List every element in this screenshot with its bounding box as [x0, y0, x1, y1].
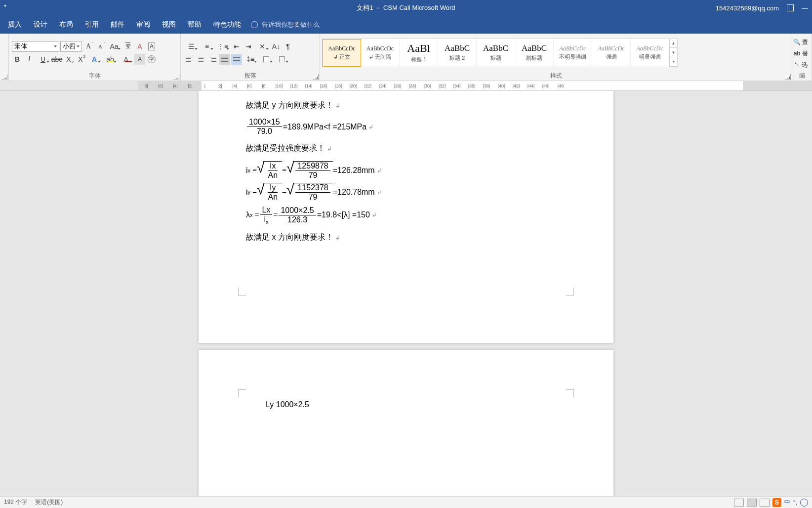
- ruler[interactable]: |8||6||4||2|||2||4||6||8||10||12||14||16…: [0, 81, 812, 91]
- minimize-icon[interactable]: —: [802, 4, 808, 12]
- sort-button[interactable]: A↓: [271, 41, 282, 52]
- title-bar: ▾ 文档1 － CSM Call Microsoft Word 15424325…: [0, 0, 812, 16]
- highlight-button[interactable]: ab: [103, 54, 118, 65]
- paragraph-launcher-icon[interactable]: [313, 74, 319, 80]
- style-item-4[interactable]: AaBbC标题: [477, 39, 515, 67]
- grow-font-button[interactable]: Aˆ: [83, 41, 94, 52]
- distribute-button[interactable]: [231, 54, 242, 65]
- tab-help[interactable]: 帮助: [182, 16, 207, 34]
- borders-button[interactable]: [275, 54, 289, 65]
- superscript-button[interactable]: X2: [75, 54, 86, 65]
- style-item-0[interactable]: AaBbCcDc↲ 正文: [323, 39, 361, 67]
- style-item-5[interactable]: AaBbC副标题: [515, 39, 554, 67]
- tell-me-search[interactable]: 告诉我你想要做什么: [251, 20, 320, 29]
- phonetic-guide-button[interactable]: 变: [122, 41, 133, 52]
- style-item-7[interactable]: AaBbCcDc强调: [592, 39, 631, 67]
- gallery-more-button[interactable]: ▾: [670, 57, 677, 67]
- tab-design[interactable]: 设计: [28, 16, 53, 34]
- decrease-indent-button[interactable]: ⇤: [231, 41, 242, 52]
- style-item-6[interactable]: AaBbCcDc不明显强调: [554, 39, 592, 67]
- window-title: 文档1 － CSM Call Microsoft Word: [357, 3, 455, 12]
- page-1: 故满足 y 方向刚度要求！↲ 1000×1579.0 =189.9MPa<f =…: [199, 91, 613, 343]
- bullets-button[interactable]: ☰: [184, 41, 199, 52]
- gallery-up-button[interactable]: ▲: [670, 39, 677, 48]
- word-count[interactable]: 192 个字: [4, 498, 27, 507]
- align-center-button[interactable]: [196, 54, 206, 65]
- italic-button[interactable]: I: [24, 54, 35, 65]
- tab-mailings[interactable]: 邮件: [105, 16, 130, 34]
- font-color-button[interactable]: A: [119, 54, 133, 65]
- ribbon-display-icon[interactable]: [787, 4, 794, 11]
- tab-special[interactable]: 特色功能: [207, 16, 247, 34]
- ime-lang[interactable]: 中: [784, 498, 790, 507]
- char-shading-button[interactable]: A: [134, 54, 145, 65]
- document-area[interactable]: 故满足 y 方向刚度要求！↲ 1000×1579.0 =189.9MPa<f =…: [0, 91, 812, 496]
- style-item-1[interactable]: AaBbCcDc↲ 无间隔: [361, 39, 400, 67]
- align-right-button[interactable]: [207, 54, 218, 65]
- styles-group-label: 样式: [550, 72, 562, 79]
- font-group: 宋体 小四 Aˆ Aˇ Aa 变 A A B I U abc X2 X2 A: [9, 34, 181, 81]
- account-email[interactable]: 1542432589@qq.com: [716, 4, 779, 12]
- font-size-combo[interactable]: 小四: [60, 41, 82, 52]
- styles-launcher-icon[interactable]: [785, 74, 791, 80]
- ime-icon[interactable]: S: [772, 498, 781, 507]
- ime-punct[interactable]: °,: [793, 499, 797, 506]
- replace-button[interactable]: ab 替: [794, 49, 808, 58]
- line-spacing-button[interactable]: ‡≡: [243, 54, 258, 65]
- gallery-down-button[interactable]: ▼: [670, 48, 677, 57]
- shrink-font-button[interactable]: Aˇ: [95, 41, 106, 52]
- paragraph-group-label: 段落: [244, 72, 256, 79]
- tab-insert[interactable]: 插入: [2, 16, 28, 34]
- font-launcher-icon[interactable]: [173, 74, 179, 80]
- numbering-button[interactable]: ≡: [200, 41, 214, 52]
- print-layout-button[interactable]: [747, 499, 757, 507]
- page-2: Ly 1000×2.5: [199, 350, 613, 496]
- font-name-combo[interactable]: 宋体: [12, 41, 59, 52]
- style-item-8[interactable]: AaBbCcDc明显强调: [631, 39, 669, 67]
- align-left-button[interactable]: [184, 54, 195, 65]
- tab-layout[interactable]: 布局: [53, 16, 79, 34]
- qat-customize[interactable]: ▾: [4, 3, 6, 8]
- edit-group-label: 编: [799, 72, 805, 79]
- styles-gallery: AaBbCcDc↲ 正文AaBbCcDc↲ 无间隔AaBl标题 1AaBbC标题…: [322, 39, 678, 67]
- bold-button[interactable]: B: [12, 54, 23, 65]
- shading-button[interactable]: [259, 54, 274, 65]
- enclose-char-button[interactable]: 字: [146, 54, 157, 65]
- editing-group: 🔍 查 ab 替 ↖ 选 编: [792, 34, 812, 81]
- language-status[interactable]: 英语(美国): [35, 498, 63, 507]
- show-marks-button[interactable]: ¶: [283, 41, 293, 52]
- increase-indent-button[interactable]: ⇥: [243, 41, 254, 52]
- clipboard-group: [0, 34, 9, 81]
- tab-references[interactable]: 引用: [79, 16, 105, 34]
- justify-button[interactable]: [219, 54, 230, 65]
- clear-format-button[interactable]: A: [134, 41, 145, 52]
- style-item-3[interactable]: AaBbC标题 2: [438, 39, 477, 67]
- bulb-icon: [251, 21, 258, 28]
- tell-me-label: 告诉我你想要做什么: [262, 20, 320, 29]
- clipboard-launcher-icon[interactable]: [1, 74, 7, 80]
- styles-group: AaBbCcDc↲ 正文AaBbCcDc↲ 无间隔AaBl标题 1AaBbC标题…: [320, 34, 792, 81]
- underline-button[interactable]: U: [36, 54, 50, 65]
- select-button[interactable]: ↖ 选: [794, 61, 808, 69]
- paragraph-group: ☰ ≡ ⋮≡ ⇤ ⇥ ✕ A↓ ¶ ‡≡: [181, 34, 320, 81]
- ribbon-tabs: 插入 设计 布局 引用 邮件 审阅 视图 帮助 特色功能 告诉我你想要做什么: [0, 16, 812, 34]
- multilevel-button[interactable]: ⋮≡: [215, 41, 230, 52]
- char-border-button[interactable]: A: [146, 41, 157, 52]
- tab-view[interactable]: 视图: [156, 16, 182, 34]
- font-group-label: 字体: [89, 72, 101, 79]
- text-effects-button[interactable]: A: [87, 54, 102, 65]
- read-mode-button[interactable]: [734, 499, 744, 507]
- strikethrough-button[interactable]: abc: [51, 54, 62, 65]
- find-button[interactable]: 🔍 查: [793, 38, 808, 46]
- ribbon: 宋体 小四 Aˆ Aˇ Aa 变 A A B I U abc X2 X2 A: [0, 34, 812, 81]
- feedback-icon[interactable]: [800, 499, 808, 507]
- status-bar: 192 个字 英语(美国) S 中 °,: [0, 496, 812, 508]
- subscript-button[interactable]: X2: [63, 54, 74, 65]
- web-layout-button[interactable]: [760, 499, 770, 507]
- change-case-button[interactable]: Aa: [107, 41, 122, 52]
- style-item-2[interactable]: AaBl标题 1: [400, 39, 438, 67]
- tab-review[interactable]: 审阅: [130, 16, 156, 34]
- asian-layout-button[interactable]: ✕: [255, 41, 270, 52]
